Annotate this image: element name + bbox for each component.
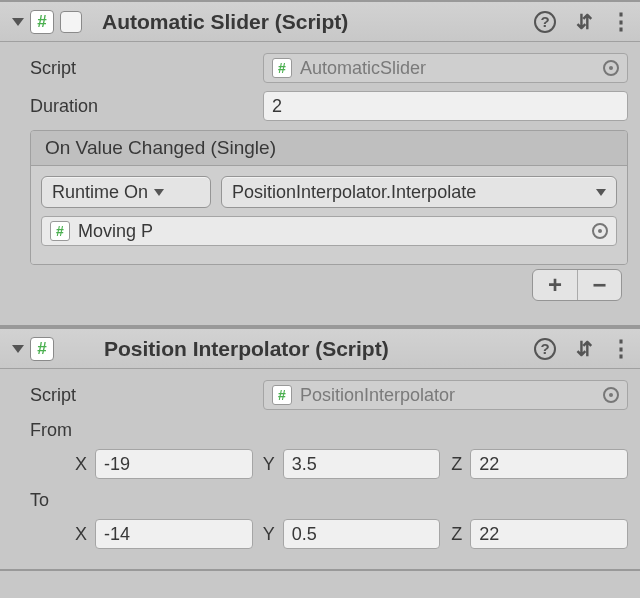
from-z-input[interactable] bbox=[470, 449, 628, 479]
event-footer: + − bbox=[30, 265, 628, 311]
object-picker-icon[interactable] bbox=[592, 223, 608, 239]
component-title: Position Interpolator (Script) bbox=[104, 337, 534, 361]
from-y-input[interactable] bbox=[283, 449, 441, 479]
script-label: Script bbox=[30, 58, 263, 79]
script-field[interactable]: # AutomaticSlider bbox=[263, 53, 628, 83]
method-label: PositionInterpolator.Interpolate bbox=[232, 182, 590, 203]
duration-label: Duration bbox=[30, 96, 263, 117]
method-dropdown[interactable]: PositionInterpolator.Interpolate bbox=[221, 176, 617, 208]
unity-event: On Value Changed (Single) Runtime On Pos… bbox=[30, 130, 628, 265]
component-automatic-slider: # Automatic Slider (Script) ? ⇵ ⋮ Script… bbox=[0, 0, 640, 327]
script-row: Script # AutomaticSlider bbox=[30, 50, 628, 86]
chevron-down-icon bbox=[154, 189, 164, 196]
script-label: Script bbox=[30, 385, 263, 406]
from-x-input[interactable] bbox=[95, 449, 253, 479]
runtime-mode-label: Runtime On bbox=[52, 182, 148, 203]
event-body: Runtime On PositionInterpolator.Interpol… bbox=[31, 166, 627, 264]
event-target-value: Moving P bbox=[78, 221, 592, 242]
event-target-field[interactable]: # Moving P bbox=[41, 216, 617, 246]
enable-checkbox[interactable] bbox=[60, 11, 82, 33]
script-field[interactable]: # PositionInterpolator bbox=[263, 380, 628, 410]
object-picker-icon[interactable] bbox=[603, 60, 619, 76]
help-icon[interactable]: ? bbox=[534, 11, 556, 33]
x-label: X bbox=[65, 524, 95, 545]
event-header: On Value Changed (Single) bbox=[31, 131, 627, 166]
duration-row: Duration bbox=[30, 88, 628, 124]
y-label: Y bbox=[253, 524, 283, 545]
to-y-input[interactable] bbox=[283, 519, 441, 549]
object-picker-icon[interactable] bbox=[603, 387, 619, 403]
component-title: Automatic Slider (Script) bbox=[102, 10, 534, 34]
add-remove-group: + − bbox=[532, 269, 622, 301]
preset-icon[interactable]: ⇵ bbox=[576, 337, 590, 361]
script-icon-small: # bbox=[272, 385, 292, 405]
duration-input[interactable] bbox=[263, 91, 628, 121]
add-listener-button[interactable]: + bbox=[533, 270, 577, 300]
component-body: Script # AutomaticSlider Duration On Val… bbox=[0, 42, 640, 325]
z-label: Z bbox=[440, 454, 470, 475]
to-x-input[interactable] bbox=[95, 519, 253, 549]
script-icon: # bbox=[30, 10, 54, 34]
to-z-input[interactable] bbox=[470, 519, 628, 549]
from-label: From bbox=[30, 420, 72, 441]
runtime-mode-dropdown[interactable]: Runtime On bbox=[41, 176, 211, 208]
foldout-icon[interactable] bbox=[12, 18, 24, 26]
component-position-interpolator: # Position Interpolator (Script) ? ⇵ ⋮ S… bbox=[0, 327, 640, 571]
context-menu-icon[interactable]: ⋮ bbox=[610, 9, 632, 35]
component-body: Script # PositionInterpolator From X Y Z… bbox=[0, 369, 640, 569]
script-icon-small: # bbox=[50, 221, 70, 241]
vector-from: From X Y Z bbox=[30, 415, 628, 481]
script-value: AutomaticSlider bbox=[300, 58, 603, 79]
help-icon[interactable]: ? bbox=[534, 338, 556, 360]
script-value: PositionInterpolator bbox=[300, 385, 603, 406]
script-icon: # bbox=[30, 337, 54, 361]
component-header[interactable]: # Automatic Slider (Script) ? ⇵ ⋮ bbox=[0, 2, 640, 42]
y-label: Y bbox=[253, 454, 283, 475]
chevron-down-icon bbox=[596, 189, 606, 196]
x-label: X bbox=[65, 454, 95, 475]
script-icon-small: # bbox=[272, 58, 292, 78]
z-label: Z bbox=[440, 524, 470, 545]
component-header[interactable]: # Position Interpolator (Script) ? ⇵ ⋮ bbox=[0, 329, 640, 369]
vector-to: To X Y Z bbox=[30, 485, 628, 551]
remove-listener-button[interactable]: − bbox=[577, 270, 621, 300]
to-label: To bbox=[30, 490, 49, 511]
context-menu-icon[interactable]: ⋮ bbox=[610, 336, 632, 362]
foldout-icon[interactable] bbox=[12, 345, 24, 353]
preset-icon[interactable]: ⇵ bbox=[576, 10, 590, 34]
script-row: Script # PositionInterpolator bbox=[30, 377, 628, 413]
